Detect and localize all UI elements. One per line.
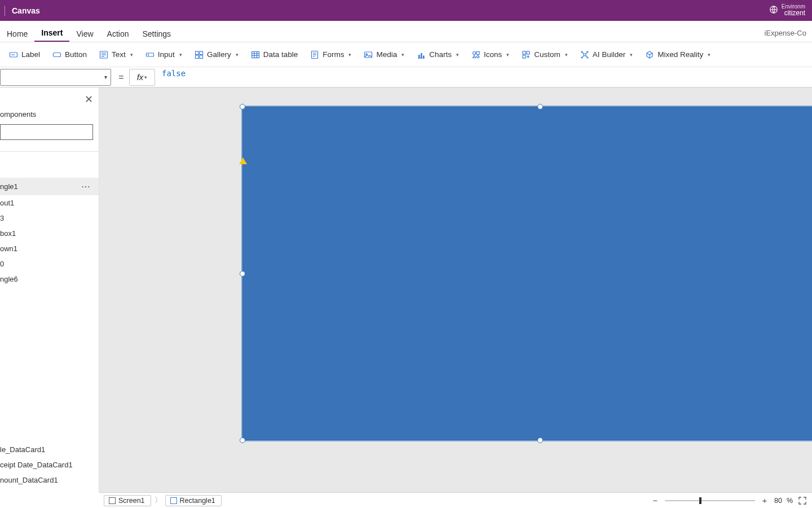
mixedreality-icon xyxy=(645,50,654,59)
ribbon-forms[interactable]: Forms ▾ xyxy=(304,48,357,62)
title-divider xyxy=(5,6,5,16)
svg-line-44 xyxy=(585,55,587,57)
tab-insert[interactable]: Insert xyxy=(34,24,69,42)
tab-home[interactable]: Home xyxy=(0,25,34,42)
chevron-down-icon: ▾ xyxy=(630,52,633,58)
resize-handle-ml[interactable] xyxy=(240,271,245,277)
svg-rect-3 xyxy=(54,52,61,56)
ribbon-charts-text: Charts xyxy=(429,50,452,59)
gallery-icon xyxy=(195,50,204,59)
resize-handle-bl[interactable] xyxy=(240,437,245,443)
svg-rect-8 xyxy=(146,53,153,56)
tree-view-panel: ✕ omponents ngle1 ⋯ out1 3 box1 own1 0 n… xyxy=(0,87,99,492)
zoom-slider-knob[interactable] xyxy=(699,497,701,504)
tree-item[interactable]: nount_DataCard1 xyxy=(0,472,99,488)
selected-rectangle[interactable]: ▲ ▼ xyxy=(241,106,812,441)
ribbon-button-text: Button xyxy=(65,50,87,59)
tree-item[interactable]: own1 xyxy=(0,241,99,256)
tree-item[interactable]: ngle6 xyxy=(0,271,99,287)
tree-item[interactable]: le_DataCard1 xyxy=(0,442,99,457)
property-dropdown[interactable]: ▾ xyxy=(0,69,111,86)
zoom-out-button[interactable]: − xyxy=(650,496,660,505)
ribbon-gallery[interactable]: Gallery ▾ xyxy=(189,48,244,62)
svg-rect-28 xyxy=(423,55,425,58)
ribbon-datatable-text: Data table xyxy=(263,50,298,59)
chevron-down-icon: ▾ xyxy=(401,52,404,58)
ribbon-media[interactable]: Media ▾ xyxy=(358,48,410,62)
ribbon-aibuilder[interactable]: AI Builder ▾ xyxy=(575,48,639,62)
fx-button[interactable]: fx ▾ xyxy=(129,69,155,86)
breadcrumb-separator: 〉 xyxy=(153,495,163,506)
svg-rect-11 xyxy=(200,51,203,55)
environment-icon xyxy=(769,5,778,16)
ribbon-mixedreality-text: Mixed Reality xyxy=(657,50,703,59)
breadcrumb-rectangle[interactable]: Rectangle1 xyxy=(165,495,222,506)
equals-sign: = xyxy=(113,72,129,82)
tree-item-label: ceipt Date_DataCard1 xyxy=(0,461,73,469)
tree-item[interactable]: 0 xyxy=(0,256,99,271)
zoom-controls: − + 80 % xyxy=(650,496,807,506)
tree-item[interactable]: out1 xyxy=(0,195,99,211)
title-bar-left: Canvas xyxy=(0,0,40,21)
main-area: ✕ omponents ngle1 ⋯ out1 3 box1 own1 0 n… xyxy=(0,87,812,492)
svg-rect-32 xyxy=(527,51,529,54)
tab-action[interactable]: Action xyxy=(100,25,136,42)
tree-item[interactable]: 3 xyxy=(0,211,99,226)
forms-icon xyxy=(310,50,319,59)
svg-rect-30 xyxy=(476,51,479,54)
more-icon[interactable]: ⋯ xyxy=(81,181,96,192)
aibuilder-icon xyxy=(580,50,589,59)
fit-to-screen-button[interactable] xyxy=(797,496,807,506)
chevron-down-icon: ▾ xyxy=(236,52,239,58)
ribbon-button[interactable]: Button xyxy=(47,48,92,62)
ribbon-datatable[interactable]: Data table xyxy=(245,48,304,62)
ribbon-aibuilder-text: AI Builder xyxy=(593,50,626,59)
ribbon-charts[interactable]: Charts ▾ xyxy=(411,48,465,62)
resize-handle-bc[interactable] xyxy=(537,437,543,443)
ribbon-mixedreality[interactable]: Mixed Reality ▾ xyxy=(639,48,716,62)
svg-rect-10 xyxy=(195,51,198,55)
tree-item-label: 3 xyxy=(0,214,4,222)
tree-item-label: own1 xyxy=(0,244,17,253)
tab-settings[interactable]: Settings xyxy=(136,25,178,42)
warning-icon[interactable] xyxy=(239,157,247,164)
tree-item[interactable]: ceipt Date_DataCard1 xyxy=(0,457,99,472)
text-icon xyxy=(99,50,108,59)
svg-point-29 xyxy=(473,51,475,54)
chevron-down-icon: ▾ xyxy=(130,52,133,58)
ribbon-text[interactable]: Text ▾ xyxy=(94,48,139,62)
resize-handle-tc[interactable] xyxy=(537,104,543,110)
rectangle-icon xyxy=(170,497,177,504)
close-icon[interactable]: ✕ xyxy=(85,94,93,104)
breadcrumb-screen[interactable]: Screen1 xyxy=(104,495,151,506)
ribbon-forms-text: Forms xyxy=(323,50,344,59)
ribbon-custom[interactable]: Custom ▾ xyxy=(516,48,573,62)
tree-item-label: nount_DataCard1 xyxy=(0,476,58,484)
zoom-percent: % xyxy=(787,497,793,505)
canvas-area[interactable]: ▲ ▼ xyxy=(99,87,812,492)
tree-item-label: 0 xyxy=(0,260,4,268)
search-input[interactable] xyxy=(0,124,93,140)
zoom-slider[interactable] xyxy=(665,500,755,501)
chevron-down-icon: ▾ xyxy=(104,74,107,80)
ribbon-label[interactable]: Label xyxy=(3,48,46,62)
tree-item[interactable]: ngle1 ⋯ xyxy=(0,178,99,195)
icons-icon xyxy=(471,50,480,59)
label-icon xyxy=(9,50,18,59)
resize-handle-tl[interactable] xyxy=(240,104,245,110)
custom-icon xyxy=(522,50,531,59)
ribbon-icons[interactable]: Icons ▾ xyxy=(466,48,515,62)
environment-label: Environm citizent xyxy=(782,3,805,17)
zoom-in-button[interactable]: + xyxy=(760,496,770,505)
chevron-down-icon: ▾ xyxy=(179,52,182,58)
tree-tab-components[interactable]: omponents xyxy=(0,87,99,123)
formula-input[interactable]: false xyxy=(157,69,812,86)
svg-rect-13 xyxy=(200,55,203,59)
ribbon-input[interactable]: Input ▾ xyxy=(140,48,188,62)
tab-view[interactable]: View xyxy=(69,25,100,42)
svg-rect-23 xyxy=(365,52,372,58)
chevron-down-icon: ▾ xyxy=(348,52,351,58)
ribbon-input-text: Input xyxy=(158,50,175,59)
tree-item[interactable]: box1 xyxy=(0,226,99,241)
button-icon xyxy=(52,50,61,59)
